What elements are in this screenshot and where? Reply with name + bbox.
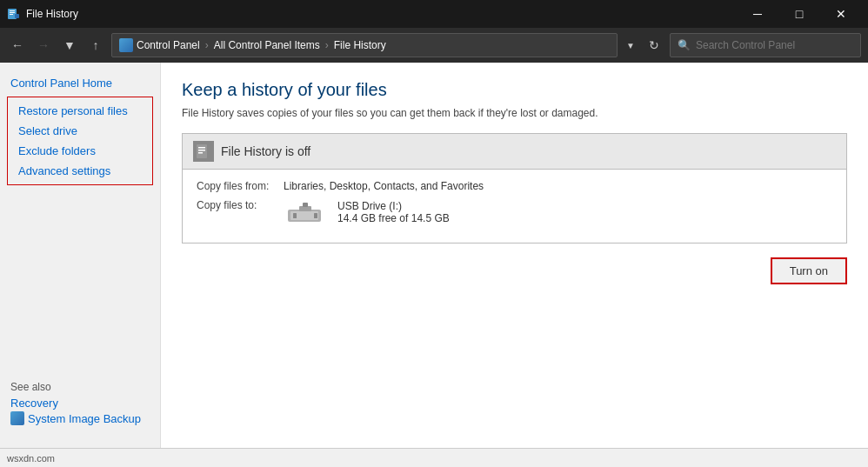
breadcrumb-part-2: All Control Panel Items [214,39,320,51]
control-panel-home-link[interactable]: Control Panel Home [0,73,160,97]
minimize-button[interactable]: ─ [738,0,778,28]
status-details: Copy files from: Libraries, Desktop, Con… [183,170,846,243]
up-button[interactable]: ↑ [85,35,106,56]
search-icon: 🔍 [678,39,691,51]
sidebar-item-advanced-settings[interactable]: Advanced settings [8,161,152,181]
drive-name: USB Drive (I:) [337,200,450,212]
sidebar-item-exclude-folders[interactable]: Exclude folders [8,141,152,161]
breadcrumb-part-1: Control Panel [137,39,200,51]
control-panel-icon [119,38,133,52]
svg-rect-6 [198,147,205,149]
search-input[interactable] [696,39,844,51]
svg-rect-4 [15,14,19,18]
copy-to-label: Copy files to: [197,199,284,211]
title-bar: File History ─ □ ✕ [0,0,868,28]
usb-drive-icon [284,199,327,225]
window-title: File History [26,8,738,20]
svg-rect-12 [303,203,308,207]
recovery-link[interactable]: Recovery [10,397,150,410]
see-also-title: See also [10,381,150,393]
breadcrumb-part-3: File History [334,39,386,51]
copy-to-row: Copy files to: USB Drive (I:) [197,199,832,225]
status-title: File History is off [221,144,310,158]
copy-from-row: Copy files from: Libraries, Desktop, Con… [197,180,832,192]
svg-rect-5 [197,144,207,158]
svg-rect-3 [10,14,13,15]
close-button[interactable]: ✕ [821,0,861,28]
svg-rect-7 [198,150,205,151]
see-also-section: See also Recovery System Image Backup [0,374,161,432]
status-header: File History is off [183,134,846,170]
page-title: Keep a history of your files [182,80,847,100]
status-box: File History is off Copy files from: Lib… [182,133,847,244]
turn-on-button[interactable]: Turn on [771,257,847,284]
system-image-backup-container: System Image Backup [10,411,150,425]
sidebar-nav: Restore personal files Select drive Excl… [7,97,153,185]
content-area: Control Panel Home Restore personal file… [0,63,868,467]
drive-space: 14.4 GB free of 14.5 GB [337,212,450,224]
svg-rect-8 [198,152,203,154]
address-bar: ← → ▼ ↑ Control Panel › All Control Pane… [0,28,868,63]
app-icon [7,7,21,21]
svg-rect-14 [314,213,317,218]
search-box[interactable]: 🔍 [670,33,861,57]
address-path[interactable]: Control Panel › All Control Panel Items … [111,33,618,57]
system-image-icon [10,411,24,425]
main-panel: Keep a history of your files File Histor… [161,63,868,467]
svg-rect-13 [293,213,297,218]
file-history-status-icon [193,141,214,162]
maximize-button[interactable]: □ [779,0,819,28]
back-button[interactable]: ← [7,35,28,56]
svg-rect-1 [10,10,15,11]
forward-button[interactable]: → [33,35,54,56]
page-subtitle: File History saves copies of your files … [182,107,847,119]
status-bar: wsxdn.com [0,448,868,467]
svg-rect-2 [10,12,15,13]
address-dropdown-button[interactable]: ▼ [623,41,638,50]
sidebar-item-restore-personal[interactable]: Restore personal files [8,101,152,121]
system-image-backup-link[interactable]: System Image Backup [28,412,141,425]
drive-text: USB Drive (I:) 14.4 GB free of 14.5 GB [337,200,450,224]
drive-info: USB Drive (I:) 14.4 GB free of 14.5 GB [284,199,450,225]
recent-locations-button[interactable]: ▼ [59,35,80,56]
window-controls: ─ □ ✕ [738,0,861,28]
turn-on-container: Turn on [182,257,847,284]
copy-from-label: Copy files from: [197,180,284,192]
sidebar: Control Panel Home Restore personal file… [0,63,161,467]
sidebar-item-select-drive[interactable]: Select drive [8,121,152,141]
copy-from-value: Libraries, Desktop, Contacts, and Favori… [284,180,484,192]
refresh-button[interactable]: ↻ [644,35,664,56]
status-bar-text: wsxdn.com [7,453,55,464]
